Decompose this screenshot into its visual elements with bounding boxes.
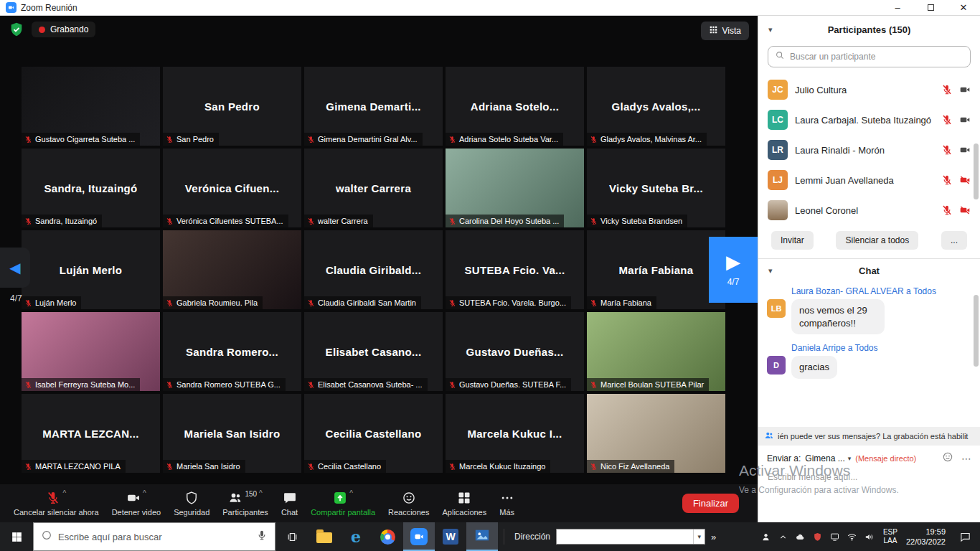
language-indicator[interactable]: ESP LAA	[879, 528, 902, 546]
participant-tile[interactable]: San PedroSan Pedro	[163, 67, 301, 146]
chat-sender[interactable]: Daniela Arripe	[791, 343, 845, 353]
address-dropdown-icon[interactable]: ▾	[693, 529, 705, 544]
shield-button[interactable]: Seguridad	[167, 484, 216, 522]
mute-all-button[interactable]: Silenciar a todos	[836, 231, 918, 250]
chat-recipient: a Todos	[906, 286, 936, 296]
chat-sender[interactable]: Laura Bozan- GRAL ALVEAR	[791, 286, 904, 296]
minimize-button[interactable]: –	[881, 0, 914, 15]
taskbar-search-input[interactable]	[58, 532, 250, 542]
participant-tile[interactable]: Vicky Suteba Br...Vicky Suteba Brandsen	[587, 149, 725, 227]
participant-tile[interactable]: Carolina Del Hoyo Suteba ...	[446, 149, 584, 227]
task-view-button[interactable]	[275, 522, 308, 551]
recipient-dropdown[interactable]: Gimena ... ▾	[805, 453, 851, 463]
address-input[interactable]	[557, 529, 693, 544]
hidden-icons-chevron-icon[interactable]	[778, 532, 788, 542]
chevron-up-icon[interactable]: ^	[349, 490, 353, 497]
chat-message-input[interactable]	[758, 468, 980, 486]
screen: Zoom Reunión – ✕ Grabando Vista Gustavo …	[0, 0, 980, 551]
reactions-icon	[402, 491, 416, 507]
taskbar-clock[interactable]: 19:59 22/03/2022	[902, 527, 950, 547]
search-mic-icon[interactable]	[256, 529, 268, 544]
emoji-button[interactable]	[942, 451, 953, 465]
view-button[interactable]: Vista	[701, 22, 749, 40]
chat-more-button[interactable]: ⋯	[961, 453, 971, 464]
start-button[interactable]	[0, 522, 33, 551]
recording-label: Grabando	[50, 24, 88, 34]
participant-tile[interactable]: Adriana Sotelo...Adriana Sotelo Suteba V…	[446, 67, 584, 146]
person-icon[interactable]	[760, 532, 771, 542]
participants-button[interactable]: 150^Participantes	[216, 484, 275, 522]
more-button[interactable]: Más	[493, 484, 521, 522]
participant-tile[interactable]: Gustavo Cigarreta Suteba ...	[22, 67, 160, 146]
chevron-up-icon[interactable]: ^	[62, 490, 66, 497]
participant-tile[interactable]: Mariela San IsidroMariela San Isidro	[163, 394, 301, 473]
participant-tile[interactable]: Claudia Giribald...Claudia Giribaldi San…	[304, 230, 443, 309]
previous-page-button[interactable]: ◀	[0, 248, 30, 288]
mic-off-button[interactable]: ^Cancelar silenciar ahora	[7, 484, 105, 522]
participant-tile[interactable]: Marcela Kukuc I...Marcela Kukuc Ituzaing…	[446, 394, 584, 473]
participant-tile[interactable]: Gimena Demarti...Gimena Demartini Gral A…	[304, 67, 443, 146]
encryption-shield-icon[interactable]	[9, 22, 24, 37]
recording-indicator[interactable]: Grabando	[32, 22, 95, 37]
participant-tile[interactable]: María FabianaMaría Fabiana	[587, 230, 725, 309]
chevron-up-icon[interactable]: ^	[143, 490, 146, 497]
chat-scrollbar[interactable]	[974, 295, 979, 367]
maximize-button[interactable]	[914, 0, 947, 15]
participant-tile[interactable]: Elisabet Casano...Elisabet Casanova Sute…	[304, 312, 443, 391]
participants-scrollbar[interactable]	[974, 143, 979, 199]
taskbar-search[interactable]	[33, 522, 275, 551]
participant-row[interactable]: LRLaura Rinaldi - Morón	[758, 135, 980, 165]
participant-tile[interactable]: Nico Fiz Avellaneda	[587, 394, 725, 473]
participant-tile[interactable]: MARTA LEZCAN...MARTA LEZCANO PILA	[22, 394, 160, 473]
security-shield-icon[interactable]	[812, 532, 823, 542]
close-button[interactable]: ✕	[947, 0, 980, 15]
end-meeting-button[interactable]: Finalizar	[682, 494, 739, 513]
tile-label: San Pedro	[163, 133, 219, 146]
file-explorer-taskbar-button[interactable]	[308, 522, 340, 551]
reactions-button[interactable]: Reacciones	[382, 484, 435, 522]
apps-button[interactable]: Aplicaciones	[435, 484, 493, 522]
participant-row[interactable]: Leonel Coronel	[758, 195, 980, 225]
participant-tile[interactable]: Gustavo Dueñas...Gustavo Dueñas. SUTEBA …	[446, 312, 584, 391]
muted-mic-icon	[448, 381, 456, 389]
chevron-up-icon[interactable]: ^	[259, 490, 263, 497]
participant-tile[interactable]: Sandra Romero...Sandra Romero SUTEBA G..…	[163, 312, 301, 391]
tile-label: Claudia Giribaldi San Martin	[304, 296, 421, 309]
edge-taskbar-button[interactable]: e	[340, 522, 372, 551]
toolbar-overflow-icon[interactable]: »	[711, 532, 716, 542]
participant-tile[interactable]: Gladys Avalos,...Gladys Avalos, Malvinas…	[587, 67, 725, 146]
participant-tile[interactable]: Sandra, ItuzaingóSandra, Ituzaingó	[22, 149, 160, 227]
camera-button[interactable]: ^Detener video	[105, 484, 168, 522]
participants-more-button[interactable]: ...	[941, 231, 967, 250]
participant-tile[interactable]: walter Carrerawalter Carrera	[304, 149, 443, 227]
participant-tile[interactable]: Cecilia CastellanoCecilia Castellano	[304, 394, 443, 473]
word-taskbar-button[interactable]: W	[435, 522, 466, 551]
participant-tile[interactable]: Isabel Ferreyra Suteba Mo...	[22, 312, 160, 391]
next-page-button[interactable]: ▶ 4/7	[709, 237, 758, 303]
participant-tile[interactable]: Gabriela Roumieu. Pila	[163, 230, 301, 309]
action-center-button[interactable]	[950, 522, 980, 551]
zoom-taskbar-button[interactable]	[403, 522, 435, 551]
more-icon	[500, 491, 514, 507]
chat-button[interactable]: Chat	[275, 484, 304, 522]
participant-tile[interactable]: Maricel Boulan SUTEBA Pilar	[587, 312, 725, 391]
share-screen-button[interactable]: ^Compartir pantalla	[304, 484, 382, 522]
invite-button[interactable]: Invitar	[771, 231, 814, 250]
chrome-taskbar-button[interactable]	[372, 522, 403, 551]
photos-taskbar-button[interactable]	[466, 522, 498, 551]
participant-row[interactable]: LCLaura Carbajal. Suteba Ituzaingó	[758, 105, 980, 135]
participant-row[interactable]: LJLemmi Juan Avellaneda	[758, 165, 980, 195]
collapse-chat-icon[interactable]: ▾	[768, 266, 773, 276]
ethernet-icon[interactable]	[829, 532, 840, 542]
participant-tile[interactable]: SUTEBA Fcio. Va...SUTEBA Fcio. Varela. B…	[446, 230, 584, 309]
participant-search-input[interactable]	[790, 52, 963, 62]
wifi-icon[interactable]	[847, 532, 857, 542]
participant-row[interactable]: JCJulio Cultura	[758, 75, 980, 105]
onedrive-cloud-icon[interactable]	[795, 532, 806, 542]
chat-privacy-notice[interactable]: ién puede ver sus mensajes? La grabación…	[758, 427, 980, 446]
participant-tile[interactable]: Verónica Cifuen...Verónica Cifuentes SUT…	[163, 149, 301, 227]
muted-mic-icon	[941, 144, 953, 156]
volume-icon[interactable]	[864, 532, 875, 542]
participant-tile[interactable]: Luján MerloLuján Merlo	[22, 230, 160, 309]
collapse-participants-icon[interactable]: ▾	[768, 25, 773, 34]
